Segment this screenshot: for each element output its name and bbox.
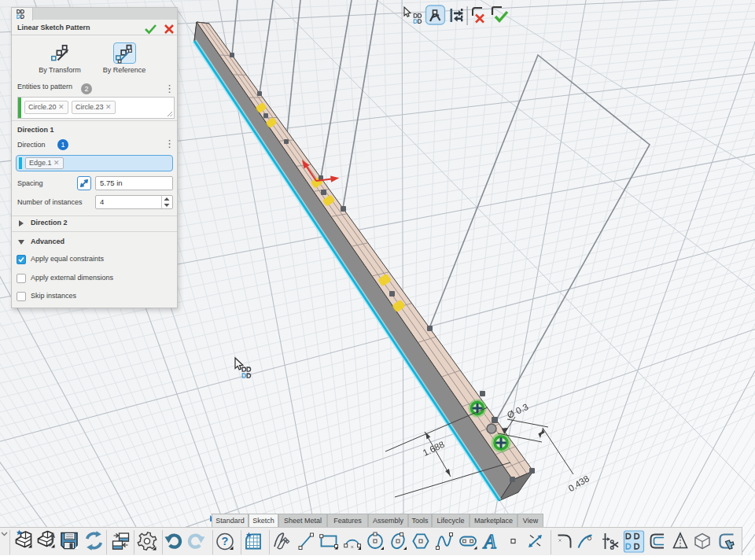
svg-text:A: A: [482, 531, 496, 552]
svg-text:Ø 0.3: Ø 0.3: [506, 402, 530, 420]
svg-text:0.438: 0.438: [567, 473, 591, 493]
svg-text:1.688: 1.688: [422, 440, 446, 458]
svg-text:?: ?: [222, 535, 229, 547]
